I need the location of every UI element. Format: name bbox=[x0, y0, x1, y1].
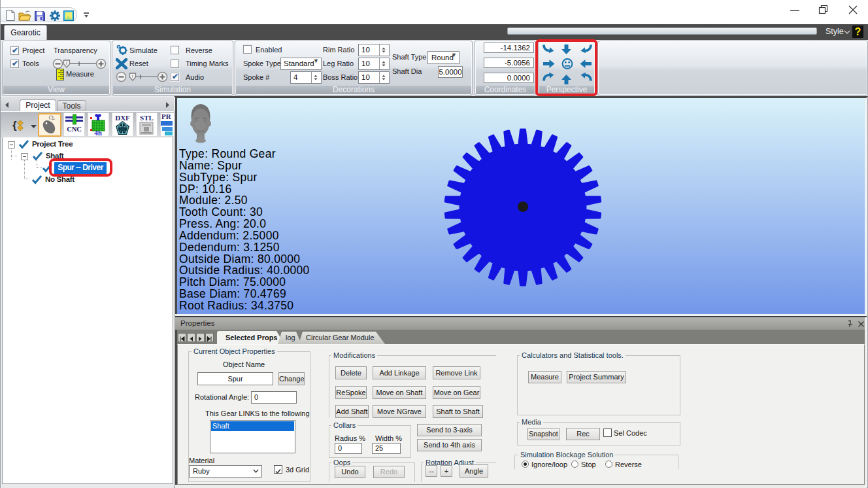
svg-text:4h: 4h bbox=[94, 129, 102, 136]
